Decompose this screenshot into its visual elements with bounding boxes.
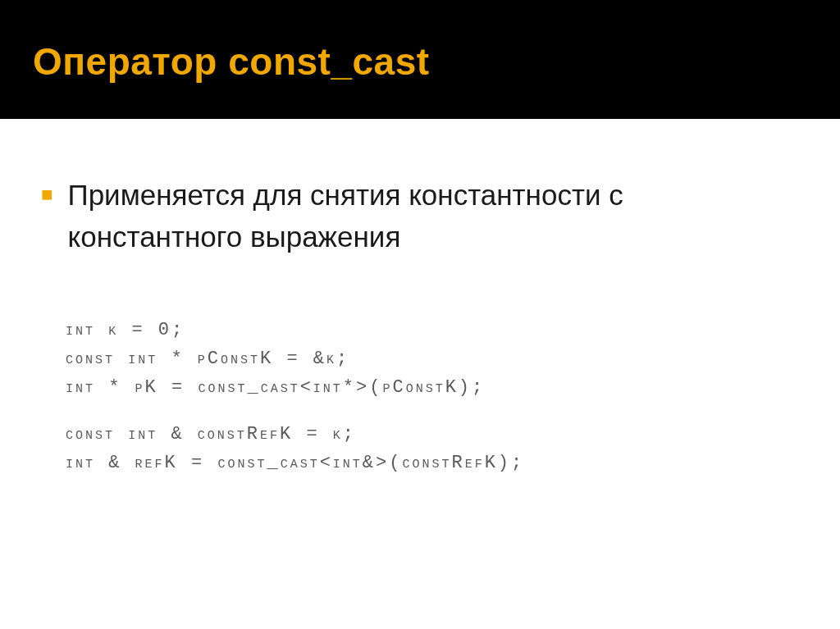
bullet-item: ■ Применяется для снятия константности с… — [41, 175, 799, 258]
code-line-1: int k = 0; — [66, 316, 799, 344]
code-line-4: const int & constRefK = k; — [66, 420, 799, 449]
slide-title: Оператор const_cast — [33, 39, 807, 84]
slide-header: Оператор const_cast — [0, 0, 840, 119]
bullet-text: Применяется для снятия константности с к… — [68, 175, 800, 258]
bullet-icon: ■ — [41, 183, 53, 206]
slide-content: ■ Применяется для снятия константности с… — [0, 119, 840, 510]
code-line-5: int & refK = const_cast<int&>(constRefK)… — [66, 449, 799, 477]
code-line-3: int * pK = const_cast<int*>(pConstK); — [66, 373, 799, 402]
code-block: int k = 0; const int * pConstK = &k; int… — [66, 316, 799, 478]
code-line-2: const int * pConstK = &k; — [66, 344, 799, 373]
code-blank-line — [66, 402, 799, 420]
